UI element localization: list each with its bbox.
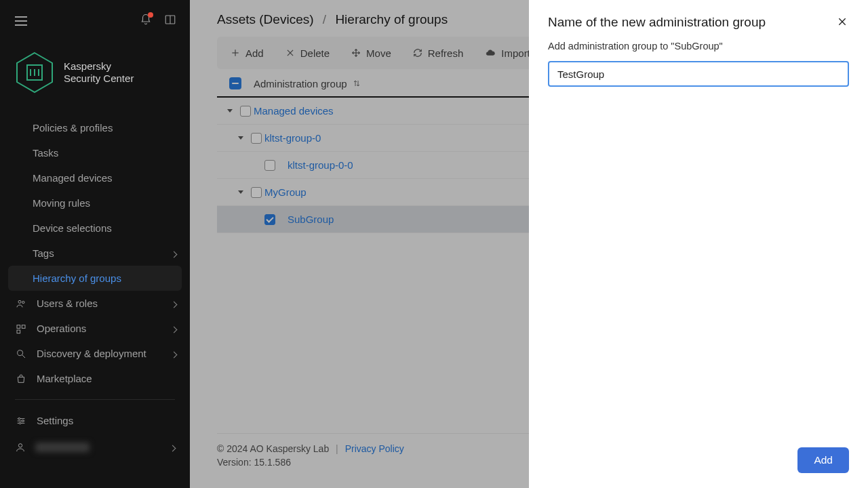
nav-discovery-deployment[interactable]: Discovery & deployment — [0, 341, 190, 366]
chevron-right-icon — [172, 348, 176, 359]
new-group-panel: Name of the new administration group Add… — [529, 0, 868, 488]
nav-settings[interactable]: Settings — [0, 408, 190, 433]
nav-user-account[interactable] — [0, 433, 190, 462]
svg-point-18 — [22, 420, 24, 422]
nav-hierarchy-of-groups[interactable]: Hierarchy of groups — [8, 266, 182, 291]
nav-users-roles[interactable]: Users & roles — [0, 291, 190, 316]
chevron-right-icon — [170, 441, 175, 453]
notifications-button[interactable] — [140, 14, 152, 28]
nav-moving-rules[interactable]: Moving rules — [0, 190, 190, 216]
group-name-input[interactable] — [548, 61, 849, 87]
username-redacted — [35, 443, 90, 452]
nav-device-selections[interactable]: Device selections — [0, 216, 190, 241]
book-icon — [164, 14, 176, 26]
panel-add-button[interactable]: Add — [797, 447, 849, 473]
chevron-right-icon — [172, 247, 176, 259]
brand-logo-icon — [15, 52, 54, 94]
users-icon — [16, 298, 26, 309]
sidebar: Kaspersky Security Center Policies & pro… — [0, 0, 190, 488]
menu-toggle-button[interactable] — [15, 16, 27, 26]
nav-managed-devices[interactable]: Managed devices — [0, 165, 190, 190]
nav-operations[interactable]: Operations — [0, 316, 190, 341]
chevron-right-icon — [172, 323, 176, 334]
svg-rect-11 — [17, 330, 20, 333]
user-icon — [15, 442, 26, 453]
svg-point-12 — [18, 350, 23, 355]
nav-tags[interactable]: Tags — [0, 241, 190, 266]
svg-line-13 — [22, 355, 25, 358]
svg-point-17 — [18, 418, 20, 420]
svg-point-19 — [19, 422, 21, 424]
nav-marketplace[interactable]: Marketplace — [0, 366, 190, 391]
bag-icon — [16, 373, 26, 384]
panel-subtitle: Add administration group to "SubGroup" — [548, 41, 849, 52]
brand-name-2: Security Center — [64, 73, 134, 85]
notification-badge — [148, 12, 153, 18]
settings-icon — [16, 415, 26, 426]
svg-rect-10 — [22, 325, 25, 328]
close-icon — [837, 16, 848, 27]
brand: Kaspersky Security Center — [0, 35, 190, 115]
svg-rect-9 — [17, 325, 20, 328]
close-button[interactable] — [835, 15, 849, 31]
nav: Policies & profiles Tasks Managed device… — [0, 115, 190, 488]
svg-point-8 — [22, 301, 24, 303]
nav-policies-profiles[interactable]: Policies & profiles — [0, 115, 190, 140]
svg-point-7 — [18, 300, 21, 303]
operations-icon — [16, 323, 26, 334]
nav-tasks[interactable]: Tasks — [0, 140, 190, 165]
chevron-right-icon — [172, 298, 176, 309]
brand-name-1: Kaspersky — [64, 60, 134, 73]
panel-title: Name of the new administration group — [548, 15, 766, 30]
svg-point-20 — [18, 444, 22, 447]
library-button[interactable] — [164, 14, 176, 28]
search-icon — [16, 348, 26, 359]
